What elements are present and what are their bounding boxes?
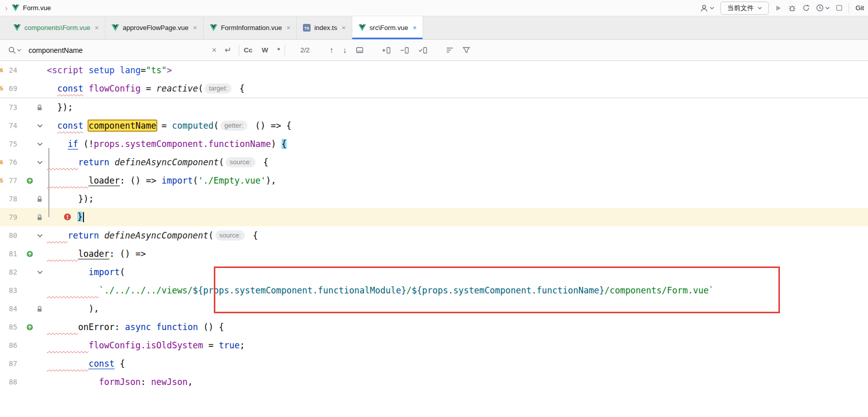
code-text[interactable]: loader: () => <box>47 245 146 263</box>
line-number[interactable]: 88 <box>6 378 23 386</box>
code-text[interactable]: formJson: newJson, <box>47 373 193 391</box>
close-tab-icon[interactable]: × <box>413 24 417 32</box>
clear-search-icon[interactable]: × <box>212 46 216 55</box>
code-text[interactable]: const { <box>47 354 125 373</box>
newline-icon[interactable]: ↵ <box>225 45 231 55</box>
code-text[interactable]: } <box>47 207 84 227</box>
sticky-line[interactable]: 624<script setup lang="ts"> <box>0 61 868 79</box>
line-number[interactable]: 77 <box>6 176 23 185</box>
stop-button[interactable] <box>836 5 843 11</box>
line-number[interactable]: 85 <box>6 323 23 331</box>
git-menu[interactable]: Git <box>855 4 864 12</box>
code-text[interactable]: }); <box>47 190 94 208</box>
fold-end-icon[interactable] <box>37 214 43 221</box>
close-tab-icon[interactable]: × <box>193 24 197 32</box>
code-text[interactable]: const flowConfig = reactive(target: { <box>47 79 244 98</box>
code-line[interactable]: 83 `./../../../views/${props.systemCompo… <box>0 281 868 300</box>
add-selection-icon[interactable] <box>382 47 391 54</box>
line-number[interactable]: 73 <box>6 103 23 111</box>
fold-end-icon[interactable] <box>37 195 43 202</box>
fold-icon[interactable] <box>37 141 43 147</box>
line-number[interactable]: 80 <box>6 231 23 240</box>
close-tab-icon[interactable]: × <box>342 24 346 32</box>
code-text[interactable]: }); <box>47 98 73 116</box>
coverage-button[interactable] <box>802 4 810 12</box>
code-text[interactable]: return defineAsyncComponent(source: { <box>47 153 268 171</box>
code-text[interactable]: import( <box>47 263 125 281</box>
code-line[interactable]: 80 return defineAsyncComponent(source: { <box>0 226 868 245</box>
code-line[interactable]: 85 onError: async function () { <box>0 318 868 336</box>
code-line[interactable]: 78 }); <box>0 190 868 208</box>
line-number[interactable]: 81 <box>6 250 23 258</box>
search-options-icon[interactable] <box>446 47 454 53</box>
tab-components-form-vue[interactable]: components\Form.vue× <box>7 16 105 39</box>
select-all-occurrences-icon[interactable] <box>418 47 428 54</box>
line-number[interactable]: 82 <box>6 268 23 276</box>
code-line[interactable]: 676 return defineAsyncComponent(source: … <box>0 153 868 171</box>
tab-index-ts[interactable]: TSindex.ts× <box>297 16 352 39</box>
line-number[interactable]: 79 <box>6 213 23 221</box>
close-tab-icon[interactable]: × <box>95 24 99 32</box>
code-text[interactable]: ), <box>47 300 99 318</box>
run-marker-icon[interactable] <box>26 324 33 331</box>
line-number[interactable]: 83 <box>6 286 23 294</box>
fold-icon[interactable] <box>37 269 43 276</box>
prev-match-icon[interactable]: ↑ <box>329 46 333 55</box>
close-tab-icon[interactable]: × <box>287 24 291 32</box>
fold-icon[interactable] <box>37 159 43 166</box>
remove-selection-icon[interactable] <box>400 47 409 54</box>
code-text[interactable]: onError: async function () { <box>47 318 224 336</box>
profiler-button[interactable] <box>816 4 830 12</box>
fold-icon[interactable] <box>37 123 43 129</box>
code-text[interactable]: `./../../../views/${props.systemComponen… <box>47 281 714 300</box>
line-number[interactable]: 84 <box>6 305 23 313</box>
run-config-selector[interactable]: 当前文件 <box>720 2 769 15</box>
sticky-line[interactable]: 569 const flowConfig = reactive(target: … <box>0 79 868 98</box>
line-number[interactable]: 76 <box>6 158 23 166</box>
code-text[interactable]: loader: () => import('./Empty.vue'), <box>47 171 276 190</box>
code-line[interactable]: 74 const componentName = computed(getter… <box>0 116 868 135</box>
fold-end-icon[interactable] <box>37 305 43 312</box>
code-line[interactable]: 82 import( <box>0 263 868 281</box>
code-line[interactable]: 88 formJson: newJson, <box>0 373 868 391</box>
editor[interactable]: 624<script setup lang="ts">569 const flo… <box>0 61 868 417</box>
line-number[interactable]: 75 <box>6 140 23 148</box>
line-number[interactable]: 86 <box>6 341 23 349</box>
line-number[interactable]: 74 <box>6 122 23 130</box>
tab-forminformation-vue[interactable]: FormInformation.vue× <box>204 16 297 39</box>
open-in-tool-window-icon[interactable] <box>356 46 363 54</box>
code-text[interactable]: const componentName = computed(getter: (… <box>47 116 292 135</box>
debug-button[interactable] <box>788 4 796 12</box>
code-line[interactable]: 86 flowConfig.isOldSystem = true; <box>0 336 868 354</box>
filter-icon[interactable] <box>463 47 470 53</box>
line-number[interactable]: 69 <box>6 84 23 93</box>
search-icon[interactable] <box>8 46 21 54</box>
tab-approveflowpage-vue[interactable]: approveFlowPage.vue× <box>105 16 204 39</box>
code-text[interactable]: flowConfig.isOldSystem = true; <box>47 336 245 354</box>
code-line[interactable]: 75 if (!props.systemComponent.functionNa… <box>0 135 868 153</box>
next-match-icon[interactable]: ↓ <box>343 46 347 55</box>
code-line[interactable]: 73 }); <box>0 98 868 116</box>
line-number[interactable]: 87 <box>6 360 23 368</box>
run-button[interactable] <box>775 5 782 12</box>
user-menu-button[interactable] <box>700 4 714 12</box>
run-marker-icon[interactable] <box>26 177 33 184</box>
code-line[interactable]: 87 const { <box>0 354 868 373</box>
code-line[interactable]: 79 } <box>0 208 868 226</box>
code-text[interactable]: <script setup lang="ts"> <box>47 61 172 79</box>
code-text[interactable]: if (!props.systemComponent.functionName)… <box>47 135 287 153</box>
fold-icon[interactable] <box>37 232 43 239</box>
words-toggle[interactable]: W <box>262 46 268 54</box>
line-number[interactable]: 78 <box>6 195 23 203</box>
regex-toggle[interactable]: * <box>277 46 280 54</box>
code-text[interactable]: return defineAsyncComponent(source: { <box>47 226 258 245</box>
run-marker-icon[interactable] <box>26 251 33 257</box>
code-line[interactable]: 577 loader: () => import('./Empty.vue'), <box>0 171 868 190</box>
tab-src-form-vue[interactable]: src\Form.vue× <box>352 16 423 39</box>
line-number[interactable]: 24 <box>6 66 23 74</box>
code-line[interactable]: 84 ), <box>0 300 868 318</box>
match-case-toggle[interactable]: Cc <box>244 46 253 54</box>
fold-end-icon[interactable] <box>37 104 43 111</box>
code-line[interactable]: 81 loader: () => <box>0 245 868 263</box>
search-input[interactable] <box>29 46 212 54</box>
